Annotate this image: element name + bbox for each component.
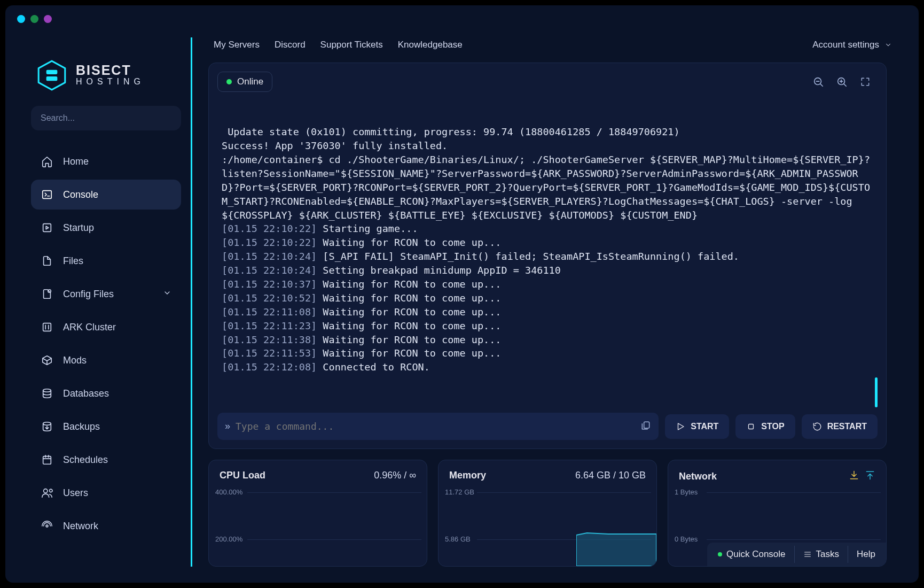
stats-row: CPU Load 0.96% / ∞ 400.00% 200.00% Memor… (208, 460, 887, 567)
list-icon (803, 550, 812, 559)
terminal-line: [01.15 22:10:24] [S_API FAIL] SteamAPI_I… (222, 250, 873, 264)
memory-value: 6.64 GB / 10 GB (575, 470, 646, 481)
net-tick-1: 0 Bytes (675, 535, 698, 543)
cpu-tick-1: 200.00% (215, 535, 242, 543)
sidebar-item-home[interactable]: Home (31, 146, 181, 176)
sidebar-item-network[interactable]: Network (31, 511, 181, 541)
status-pill: Online (217, 72, 272, 92)
terminal-line: [01.15 22:10:22] Starting game... (222, 222, 873, 236)
svg-rect-6 (43, 323, 51, 331)
mem-chart (576, 529, 656, 566)
terminal-line: Update state (0x101) committing, progres… (222, 125, 873, 139)
sidebar-item-label: Network (63, 521, 98, 532)
sidebar-item-console[interactable]: Console (31, 180, 181, 210)
mem-tick-1: 5.86 GB (445, 535, 471, 543)
sidebar-item-label: Databases (63, 388, 109, 399)
zoom-out-button[interactable] (810, 74, 826, 90)
fullscreen-button[interactable] (857, 74, 873, 90)
svg-rect-9 (43, 457, 51, 465)
tasks-button[interactable]: Tasks (795, 546, 848, 563)
topnav-support-tickets[interactable]: Support Tickets (320, 40, 383, 50)
sidebar-item-label: Mods (63, 355, 87, 366)
svg-marker-0 (38, 61, 65, 90)
account-label: Account settings (812, 40, 879, 50)
console-icon (41, 188, 53, 201)
cpu-value: 0.96% / ∞ (374, 470, 416, 481)
topnav-my-servers[interactable]: My Servers (214, 40, 260, 50)
topbar: My ServersDiscordSupport TicketsKnowledg… (192, 37, 903, 52)
startup-icon (41, 221, 53, 234)
sidebar-item-config-files[interactable]: Config Files (31, 279, 181, 309)
terminal-line: [01.15 22:11:53] Waiting for RCON to com… (222, 346, 873, 360)
download-icon (849, 470, 859, 483)
svg-rect-14 (644, 422, 649, 428)
chevron-down-icon (163, 289, 171, 300)
network-title: Network (679, 471, 717, 482)
mods-icon (41, 354, 53, 367)
sidebar-item-users[interactable]: Users (31, 478, 181, 508)
mem-tick-0: 11.72 GB (445, 488, 474, 496)
sidebar-item-label: Home (63, 156, 89, 167)
terminal-scrollbar[interactable] (875, 377, 878, 407)
traffic-min-icon[interactable] (30, 15, 38, 23)
topnav-discord[interactable]: Discord (275, 40, 306, 50)
sidebar-item-label: Files (63, 256, 83, 267)
zoom-in-button[interactable] (834, 74, 850, 90)
terminal-line: [01.15 22:10:37] Waiting for RCON to com… (222, 277, 873, 291)
stop-icon (746, 422, 756, 431)
sidebar-item-label: Config Files (63, 289, 114, 300)
sidebar-item-mods[interactable]: Mods (31, 345, 181, 375)
brand-name: BISECT (76, 64, 145, 77)
quick-console-button[interactable]: Quick Console (709, 546, 795, 563)
sidebar-item-backups[interactable]: Backups (31, 412, 181, 442)
users-icon (41, 486, 53, 499)
sidebar-item-label: ARK Cluster (63, 322, 116, 333)
window-titlebar (5, 5, 919, 32)
net-tick-0: 1 Bytes (675, 488, 698, 496)
start-button[interactable]: START (665, 414, 729, 439)
command-input-wrap: » (217, 413, 659, 440)
sidebar: BISECT HOSTING HomeConsoleStartupFilesCo… (21, 37, 192, 567)
search-input[interactable] (31, 106, 181, 130)
account-menu[interactable]: Account settings (812, 40, 892, 50)
sidebar-item-ark-cluster[interactable]: ARK Cluster (31, 312, 181, 342)
terminal-line: [01.15 22:10:22] Waiting for RCON to com… (222, 236, 873, 250)
svg-rect-4 (43, 224, 51, 232)
svg-rect-3 (43, 191, 52, 199)
terminal-output: Update state (0x101) committing, progres… (217, 92, 878, 409)
svg-rect-15 (749, 424, 754, 429)
sidebar-item-label: Console (63, 189, 98, 200)
sidebar-item-databases[interactable]: Databases (31, 378, 181, 408)
config-icon (41, 288, 53, 300)
network-card: Network 1 Bytes 0 Bytes (668, 460, 887, 567)
restart-button[interactable]: RESTART (802, 414, 878, 439)
sidebar-item-label: Schedules (63, 454, 108, 466)
brand-logo: BISECT HOSTING (31, 53, 181, 106)
command-input[interactable] (236, 413, 640, 440)
sidebar-item-files[interactable]: Files (31, 246, 181, 276)
backups-icon (41, 420, 53, 433)
sidebar-item-startup[interactable]: Startup (31, 213, 181, 243)
sidebar-item-schedules[interactable]: Schedules (31, 445, 181, 475)
stop-button[interactable]: STOP (735, 414, 795, 439)
cpu-card: CPU Load 0.96% / ∞ 400.00% 200.00% (208, 460, 427, 567)
prompt-icon: » (225, 421, 230, 432)
svg-point-10 (44, 489, 48, 493)
traffic-close-icon[interactable] (17, 15, 25, 23)
svg-rect-2 (46, 76, 58, 81)
traffic-max-icon[interactable] (44, 15, 52, 23)
console-card: Online Update state (0x101) committing, … (208, 63, 887, 449)
paste-icon[interactable] (640, 420, 651, 433)
terminal-line: [01.15 22:11:08] Waiting for RCON to com… (222, 305, 873, 319)
sidebar-item-label: Backups (63, 421, 100, 432)
sidebar-item-label: Users (63, 488, 88, 499)
terminal-line: [01.15 22:10:24] Setting breakpad minidu… (222, 264, 873, 277)
topnav-knowledgebase[interactable]: Knowledgebase (398, 40, 463, 50)
upload-icon (865, 470, 875, 483)
main: My ServersDiscordSupport TicketsKnowledg… (192, 37, 903, 567)
brand-mark-icon (35, 59, 68, 92)
help-button[interactable]: Help (848, 546, 884, 563)
svg-point-7 (43, 389, 51, 392)
terminal-line: [01.15 22:10:52] Waiting for RCON to com… (222, 291, 873, 305)
home-icon (41, 155, 53, 168)
